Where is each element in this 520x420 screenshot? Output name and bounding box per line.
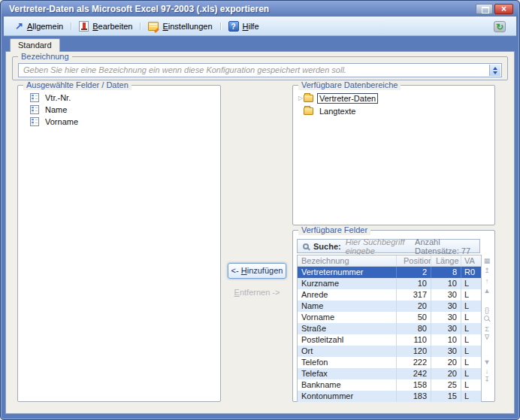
group-bezeichnung-label: Bezeichnung [18, 52, 72, 62]
table-row[interactable]: Straße8030L [298, 323, 481, 334]
list-item-label: Vtr.-Nr. [45, 93, 71, 102]
group-selected-fields: Ausgewählte Felder / Daten Vtr.-Nr.NameV… [17, 85, 221, 402]
title-bar[interactable]: Vertreter-Daten als Microsoft Excel 97-2… [2, 2, 518, 17]
list-item-label: Vorname [45, 117, 78, 126]
brackets-icon[interactable]: {} [482, 307, 492, 314]
tree-item[interactable]: ▷Vertreter-Daten [295, 92, 493, 104]
table-field-icon [30, 93, 39, 102]
table-row[interactable]: Postleitzahl11010L [298, 334, 481, 346]
table-row[interactable]: Vorname5030L [298, 312, 481, 323]
cell-va: R0 [461, 267, 481, 278]
table-row[interactable]: Vertreternummer28R0 [298, 267, 481, 278]
expand-arrow-icon[interactable]: ▷ [295, 95, 304, 101]
combobox-dropdown-button[interactable] [489, 65, 500, 76]
einstellungen-icon [148, 22, 159, 31]
search-input[interactable]: Hier Suchbegriff eingebe [346, 237, 410, 255]
close-button[interactable]: × [494, 4, 513, 14]
tab-standard[interactable]: Standard [10, 38, 60, 52]
table-row[interactable]: Telefon22220L [298, 357, 481, 368]
refresh-icon[interactable]: ↻ [494, 21, 506, 32]
list-item[interactable]: Vtr.-Nr. [20, 92, 219, 104]
search-bar[interactable]: Suche: Hier Suchbegriff eingebe Anzahl D… [297, 239, 480, 253]
cell-position: 50 [397, 312, 431, 323]
column-header-bezeichnung[interactable]: Bezeichnung [298, 255, 397, 266]
window-title: Vertreter-Daten als Microsoft Excel 97-2… [9, 4, 269, 14]
cell-va: L [461, 323, 481, 334]
cell-va: L [461, 334, 481, 346]
move-top-icon[interactable]: ↥ [482, 267, 492, 274]
cell-position: 242 [397, 368, 431, 379]
cell-laenge: 15 [431, 391, 461, 402]
table-field-icon [30, 105, 39, 114]
search-row-icon[interactable] [484, 316, 489, 321]
folder-icon [304, 95, 313, 102]
cell-position: 317 [397, 289, 431, 301]
table-row[interactable]: Ort12030L [298, 346, 481, 357]
table-row[interactable]: Bankname15825L [298, 379, 481, 391]
list-item[interactable]: Name [20, 104, 219, 116]
toolbar-button-allgemein[interactable]: ↗Allgemein [10, 20, 68, 32]
cell-bezeichnung: Telefax [298, 368, 397, 379]
cell-laenge: 30 [431, 346, 461, 357]
cell-va: L [461, 301, 481, 312]
move-bottom-icon[interactable]: ↧ [482, 376, 492, 383]
list-item-label: Name [45, 105, 67, 114]
allgemein-icon: ↗ [15, 21, 23, 31]
table-row[interactable]: Kurzname1010L [298, 278, 481, 289]
column-header-position[interactable]: Position [397, 255, 431, 266]
column-chooser-icon[interactable]: ▦ [482, 257, 492, 264]
filter-icon[interactable]: ∇ [482, 334, 492, 341]
cell-position: 80 [397, 323, 431, 334]
tree-item[interactable]: Langtexte [295, 104, 493, 117]
move-down-icon[interactable]: ↓ [482, 367, 492, 375]
group-selected-fields-label: Ausgewählte Felder / Daten [23, 80, 132, 90]
toolbar-button-label: Bearbeiten [92, 22, 132, 31]
move-up-icon[interactable]: ↑ [482, 277, 492, 285]
scroll-down-icon[interactable]: ▼ [482, 358, 492, 366]
restore-button[interactable] [476, 4, 493, 14]
add-button[interactable]: <- Hinzufügen [228, 263, 286, 279]
toolbar-button-hilfe[interactable]: ?Hilfe [223, 20, 265, 33]
cell-laenge: 30 [431, 312, 461, 323]
table-row[interactable]: Kontonummer18315L [298, 391, 481, 402]
cell-position: 120 [397, 346, 431, 357]
remove-button-rest: ntfernen -> [240, 288, 280, 297]
toolbar-button-bearbeiten[interactable]: Bearbeiten [74, 20, 138, 33]
cell-bezeichnung: Anrede [298, 289, 397, 301]
cell-bezeichnung: Kurzname [298, 278, 397, 289]
column-header-va[interactable]: VA [461, 255, 481, 266]
toolbar-separator [71, 23, 71, 30]
cell-laenge: 30 [431, 301, 461, 312]
toolbar-button-einstellungen[interactable]: Einstellungen [143, 20, 217, 32]
cell-position: 222 [397, 357, 431, 368]
cell-laenge: 10 [431, 334, 461, 346]
record-count: Anzahl Datensätze: 77 [415, 237, 474, 255]
list-item[interactable]: Vorname [20, 116, 219, 128]
cell-va: L [461, 368, 481, 379]
cell-position: 158 [397, 379, 431, 391]
selected-fields-list: Vtr.-Nr.NameVorname [20, 92, 219, 400]
remove-button[interactable]: Entfernen -> [228, 286, 286, 298]
tree-item-label: Langtexte [317, 106, 358, 116]
table-row[interactable]: Anrede31730L [298, 289, 481, 301]
group-bezeichnung: Bezeichnung Geben Sie hier eine Bezeichn… [12, 56, 508, 80]
cell-va: L [461, 391, 481, 402]
cell-laenge: 30 [431, 323, 461, 334]
group-data-areas-label: Verfügbare Datenbereiche [298, 80, 401, 90]
bearbeiten-icon [79, 21, 89, 32]
table-field-icon [30, 117, 39, 126]
table-header-row: BezeichnungPositionLängeVA [298, 255, 481, 267]
sum-icon[interactable]: Σ [482, 325, 492, 333]
table-row[interactable]: Name2030L [298, 301, 481, 312]
scroll-up-icon[interactable]: ▲ [482, 287, 492, 295]
cell-laenge: 8 [431, 267, 461, 278]
column-header-laenge[interactable]: Länge [431, 255, 461, 266]
search-icon [303, 243, 309, 249]
cell-va: L [461, 346, 481, 357]
toolbar-items: ↗AllgemeinBearbeitenEinstellungen?Hilfe [10, 20, 265, 33]
cell-position: 183 [397, 391, 431, 402]
table-row[interactable]: Telefax24220L [298, 368, 481, 379]
remove-button-accel: E [234, 288, 240, 297]
cell-position: 20 [397, 301, 431, 312]
bezeichnung-combobox[interactable]: Geben Sie hier eine Bezeichnung ein wenn… [18, 63, 502, 77]
